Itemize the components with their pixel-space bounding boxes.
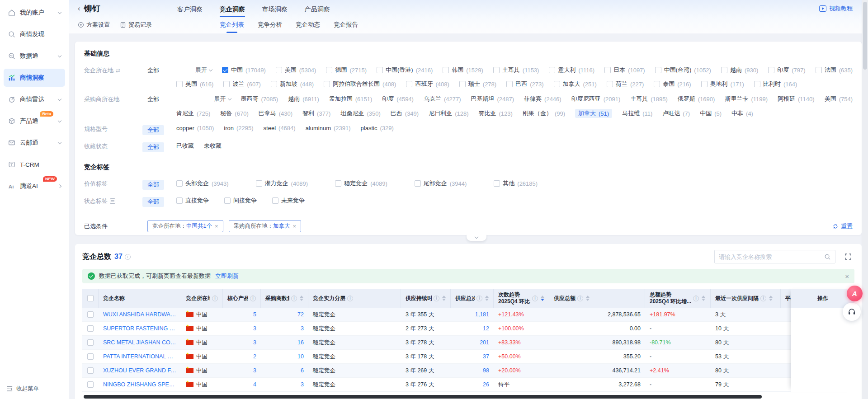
buyer-count-link[interactable]: 10 — [297, 353, 304, 360]
buyer-count-link[interactable]: 16 — [297, 339, 304, 346]
remove-filter-icon[interactable]: × — [215, 223, 218, 230]
row-checkbox[interactable] — [87, 367, 94, 374]
column-header[interactable]: 竞企所在地 i — [181, 289, 223, 308]
filter-option[interactable]: 中非 (4) — [731, 109, 753, 117]
filter-option[interactable]: 中国 (17049) — [222, 66, 266, 74]
filter-option[interactable]: 中国(台湾) (1052) — [655, 66, 711, 74]
filter-option[interactable]: 潜力竞企 (4089) — [256, 179, 308, 188]
filter-option[interactable]: 尾部竞企 (3944) — [415, 179, 467, 188]
filter-option[interactable]: 阿拉伯联合酋长国 (408) — [324, 80, 396, 88]
collapse-filter-button[interactable] — [467, 234, 486, 241]
filter-option[interactable]: 卢旺达 (7) — [662, 109, 690, 117]
checkbox[interactable] — [223, 81, 230, 87]
filter-option[interactable]: 其他 (26185) — [494, 179, 538, 188]
filter-option[interactable]: 赞比亚 (123) — [479, 109, 513, 117]
filter-option[interactable]: 印度尼西亚 (2091) — [571, 95, 621, 103]
filter-option[interactable]: 越南 (6911) — [288, 95, 319, 103]
reset-button[interactable]: 重置 — [832, 222, 853, 230]
filter-option[interactable]: 印度 (797) — [768, 66, 805, 74]
filter-option[interactable]: copper (1050) — [176, 125, 214, 131]
sidebar-item-radar[interactable]: 商情雷达 — [4, 90, 65, 108]
checkbox[interactable] — [721, 67, 727, 73]
filter-option[interactable]: 土耳其 (1153) — [493, 66, 539, 74]
sub-tab[interactable]: 竞企动态 — [296, 18, 320, 32]
core-products-link[interactable]: 4 — [253, 381, 256, 388]
company-name-link[interactable]: PATTA INTERNATIONAL CO LTD — [103, 353, 177, 360]
core-products-link[interactable]: 5 — [253, 311, 256, 318]
core-products-link[interactable]: 3 — [253, 339, 256, 346]
filter-option[interactable]: 泰国 (216) — [654, 80, 691, 88]
all-option-selected[interactable]: 全部 — [147, 179, 176, 190]
row-checkbox[interactable] — [87, 381, 94, 388]
insight-tab[interactable]: 产品洞察 — [305, 0, 330, 17]
checkbox[interactable] — [549, 67, 555, 73]
vertical-scrollbar[interactable] — [862, 0, 868, 399]
column-header[interactable]: 最近一次供应间隔 i — [711, 289, 781, 308]
column-header[interactable]: 核心产品 i — [223, 289, 261, 308]
remove-filter-icon[interactable]: × — [293, 223, 297, 230]
supply-count-link[interactable]: 201 — [480, 339, 489, 346]
all-option[interactable]: 全部 — [147, 95, 176, 103]
buyer-count-link[interactable]: 3 — [301, 325, 304, 332]
supply-count-link[interactable]: 37 — [483, 353, 489, 360]
filter-option[interactable]: 巴拿马 (430) — [259, 109, 292, 117]
sort-icon[interactable] — [485, 296, 489, 301]
company-name-link[interactable]: SRC METAL JIASHAN CO LTD — [103, 339, 177, 346]
filter-option[interactable]: 马拉维 (11) — [622, 109, 652, 117]
close-banner-icon[interactable]: × — [845, 272, 849, 280]
filter-option[interactable]: 巴西 (273) — [506, 80, 543, 88]
filter-option[interactable]: 头部竞企 (3943) — [176, 179, 229, 188]
filter-option[interactable]: 智利 (377) — [302, 109, 330, 117]
filter-option[interactable]: 斯里兰卡 (1199) — [725, 95, 768, 103]
filter-option[interactable]: plastic (329) — [361, 125, 394, 131]
supply-count-link[interactable]: 98 — [483, 367, 489, 374]
select-all-checkbox[interactable] — [87, 295, 94, 301]
core-products-link[interactable]: 3 — [253, 367, 256, 374]
supply-count-link[interactable]: 1,181 — [475, 311, 489, 318]
horizontal-scrollbar[interactable] — [84, 395, 762, 399]
column-header[interactable]: 竞企实力分层 i — [308, 289, 401, 308]
video-tutorial-link[interactable]: 视频教程 — [819, 5, 853, 13]
checkbox[interactable] — [176, 81, 183, 87]
checkbox[interactable] — [222, 67, 228, 73]
checkbox[interactable] — [506, 81, 513, 87]
filter-option[interactable]: 加拿大 (251) — [554, 80, 597, 88]
search-input[interactable] — [719, 253, 824, 260]
filter-option[interactable]: 未收藏 — [204, 142, 222, 150]
buyer-count-link[interactable]: 6 — [301, 367, 304, 374]
checkbox[interactable] — [494, 180, 500, 187]
checkbox[interactable] — [406, 81, 412, 87]
checkbox[interactable] — [256, 180, 262, 187]
all-option-selected[interactable]: 全部 — [147, 142, 176, 152]
filter-option[interactable]: 刚果（金） (99) — [523, 109, 565, 117]
filter-option[interactable]: 墨西哥 (7085) — [241, 95, 278, 103]
filter-option[interactable]: 法国 (635) — [816, 66, 853, 74]
sort-icon[interactable] — [769, 296, 773, 301]
sort-icon[interactable] — [541, 296, 544, 301]
checkbox[interactable] — [326, 67, 332, 73]
sort-icon[interactable] — [300, 296, 303, 301]
row-checkbox[interactable] — [87, 339, 94, 346]
sort-icon[interactable] — [702, 296, 705, 301]
filter-option[interactable]: 西班牙 (408) — [406, 80, 449, 88]
filter-option[interactable]: 越南 (930) — [721, 66, 758, 74]
scrollbar-thumb[interactable] — [863, 2, 867, 70]
row-checkbox[interactable] — [87, 353, 94, 360]
sidebar-item-tendata-ai[interactable]: Ai 腾道AI NEW — [4, 177, 65, 195]
buyer-count-link[interactable]: 72 — [297, 311, 304, 318]
sort-icon[interactable] — [586, 296, 590, 301]
sub-tab[interactable]: 竞争分析 — [258, 18, 282, 32]
all-option-selected[interactable]: 全部 — [147, 125, 176, 135]
company-name-link[interactable]: NINGBO ZHISHANG SPECIAL FAST... — [103, 381, 177, 388]
checkbox[interactable] — [604, 67, 611, 73]
filter-option[interactable]: 新加坡 (448) — [271, 80, 314, 88]
sidebar-item-market-insight[interactable]: 商情洞察 — [4, 69, 65, 87]
checkbox[interactable] — [493, 67, 500, 73]
sub-tab[interactable]: 竞企列表 — [220, 18, 244, 32]
expand-button[interactable]: 展开 — [214, 95, 231, 103]
checkbox[interactable] — [224, 197, 231, 204]
checkbox[interactable] — [335, 180, 341, 187]
column-header[interactable]: 供应持续时间 i — [401, 289, 451, 308]
checkbox[interactable] — [176, 197, 183, 204]
checkbox[interactable] — [271, 81, 277, 87]
